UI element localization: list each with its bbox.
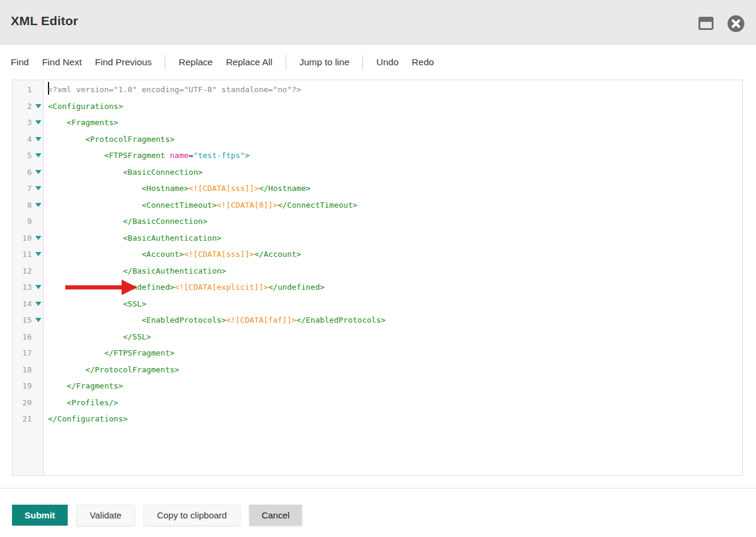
- line-number: 15: [13, 312, 32, 329]
- line-number: 2: [13, 98, 32, 115]
- code-text: </Fragments>: [45, 378, 123, 395]
- code-text: </BasicConnection>: [45, 213, 207, 230]
- code-text: <BasicConnection>: [45, 164, 202, 181]
- code-line-14[interactable]: 14 <SSL>: [13, 296, 742, 313]
- fold-arrow-icon[interactable]: [32, 296, 45, 313]
- line-number: 7: [13, 180, 32, 197]
- code-line-12[interactable]: 12 </BasicAuthentication>: [13, 263, 742, 280]
- line-number: 13: [13, 279, 32, 296]
- window-popout-icon[interactable]: [698, 17, 713, 30]
- annotation-arrow-icon: [65, 279, 137, 296]
- toolbar: FindFind NextFind PreviousReplaceReplace…: [0, 45, 756, 80]
- toolbar-item-find-next[interactable]: Find Next: [42, 57, 81, 68]
- line-number: 18: [13, 362, 32, 378]
- validate-button[interactable]: Validate: [77, 505, 135, 526]
- code-line-5[interactable]: 5 <FTPSFragment name="test-ftps">: [13, 147, 742, 164]
- code-line-20[interactable]: 20 <Profiles/>: [13, 395, 742, 411]
- fold-spacer: [32, 329, 45, 345]
- line-number: 11: [13, 246, 32, 263]
- code-line-1[interactable]: 1<?xml version="1.0" encoding="UTF-8" st…: [13, 81, 742, 98]
- code-text: <ConnectTimeout><![CDATA[0]]></ConnectTi…: [45, 197, 358, 214]
- code-text: <FTPSFragment name="test-ftps">: [45, 147, 250, 164]
- code-line-16[interactable]: 16 </SSL>: [13, 329, 742, 345]
- code-line-18[interactable]: 18 </ProtocolFragments>: [13, 362, 742, 378]
- dialog-header: XML Editor: [0, 0, 756, 45]
- toolbar-separator: [286, 55, 286, 70]
- fold-spacer: [32, 345, 45, 362]
- toolbar-item-jump-to-line[interactable]: Jump to line: [300, 57, 350, 68]
- toolbar-item-replace[interactable]: Replace: [179, 57, 213, 68]
- fold-arrow-icon[interactable]: [32, 230, 45, 247]
- code-line-6[interactable]: 6 <BasicConnection>: [13, 164, 742, 181]
- code-line-3[interactable]: 3 <Fragments>: [13, 114, 742, 131]
- fold-spacer: [32, 213, 45, 230]
- fold-arrow-icon[interactable]: [32, 312, 45, 329]
- line-number: 19: [13, 378, 32, 395]
- fold-arrow-icon[interactable]: [32, 98, 45, 115]
- line-number: 9: [13, 213, 32, 230]
- line-number: 3: [13, 114, 32, 131]
- dialog-title: XML Editor: [11, 14, 78, 28]
- fold-arrow-icon[interactable]: [32, 114, 45, 131]
- code-line-10[interactable]: 10 <BasicAuthentication>: [13, 230, 742, 247]
- fold-spacer: [32, 362, 45, 378]
- code-text: <EnabledProtocols><![CDATA[faf]]></Enabl…: [45, 312, 386, 329]
- code-line-21[interactable]: 21</Configurations>: [13, 411, 742, 427]
- code-text: <BasicAuthentication>: [45, 230, 222, 247]
- line-number: 21: [13, 411, 32, 427]
- code-line-17[interactable]: 17 </FTPSFragment>: [13, 345, 742, 362]
- line-number: 1: [13, 81, 32, 98]
- toolbar-item-redo[interactable]: Redo: [412, 57, 434, 68]
- fold-spacer: [32, 411, 45, 427]
- toolbar-separator: [362, 55, 363, 70]
- footer-divider: [0, 488, 756, 489]
- code-line-8[interactable]: 8 <ConnectTimeout><![CDATA[0]]></Connect…: [13, 197, 742, 214]
- fold-spacer: [32, 263, 45, 280]
- code-line-9[interactable]: 9 </BasicConnection>: [13, 213, 742, 230]
- code-line-15[interactable]: 15 <EnabledProtocols><![CDATA[faf]]></En…: [13, 312, 742, 329]
- line-number: 14: [13, 296, 32, 313]
- line-number: 8: [13, 197, 32, 214]
- code-text: <SSL>: [45, 296, 146, 313]
- close-icon[interactable]: [727, 15, 745, 32]
- fold-spacer: [32, 378, 45, 395]
- cancel-button[interactable]: Cancel: [249, 505, 303, 526]
- line-number: 6: [13, 164, 32, 181]
- line-number: 17: [13, 345, 32, 362]
- code-text: <Profiles/>: [45, 395, 118, 411]
- fold-arrow-icon[interactable]: [32, 147, 45, 164]
- code-line-2[interactable]: 2<Configurations>: [13, 98, 742, 115]
- xml-code-editor[interactable]: 1<?xml version="1.0" encoding="UTF-8" st…: [12, 80, 743, 476]
- code-lines: 1<?xml version="1.0" encoding="UTF-8" st…: [13, 81, 742, 427]
- fold-arrow-icon[interactable]: [32, 180, 45, 197]
- code-line-4[interactable]: 4 <ProtocolFragments>: [13, 131, 742, 148]
- code-text: <Fragments>: [45, 114, 118, 131]
- code-line-7[interactable]: 7 <Hostname><![CDATA[sss]]></Hostname>: [13, 180, 742, 197]
- fold-spacer: [32, 395, 45, 411]
- toolbar-item-find-previous[interactable]: Find Previous: [95, 57, 152, 68]
- code-text: <Configurations>: [45, 98, 123, 115]
- fold-arrow-icon[interactable]: [32, 246, 45, 263]
- fold-arrow-icon[interactable]: [32, 131, 45, 148]
- line-number: 10: [13, 230, 32, 247]
- toolbar-item-replace-all[interactable]: Replace All: [226, 57, 273, 68]
- line-number: 16: [13, 329, 32, 345]
- toolbar-separator: [165, 55, 165, 70]
- toolbar-item-find[interactable]: Find: [11, 57, 29, 68]
- code-text: <Account><![CDATA[sss]]></Account>: [45, 246, 301, 263]
- footer-buttons: SubmitValidateCopy to clipboardCancel: [12, 505, 302, 526]
- fold-arrow-icon[interactable]: [32, 197, 45, 214]
- fold-arrow-icon[interactable]: [32, 164, 45, 181]
- copy-to-clipboard-button[interactable]: Copy to clipboard: [144, 505, 240, 526]
- line-number: 20: [13, 395, 32, 411]
- code-line-11[interactable]: 11 <Account><![CDATA[sss]]></Account>: [13, 246, 742, 263]
- line-number: 4: [13, 131, 32, 148]
- code-text: </ProtocolFragments>: [45, 362, 179, 378]
- submit-button[interactable]: Submit: [12, 505, 68, 526]
- code-text: <ProtocolFragments>: [45, 131, 174, 148]
- code-text: </Configurations>: [45, 411, 128, 427]
- toolbar-item-undo[interactable]: Undo: [376, 57, 398, 68]
- fold-arrow-icon[interactable]: [32, 279, 45, 296]
- code-text: </SSL>: [45, 329, 151, 345]
- code-line-19[interactable]: 19 </Fragments>: [13, 378, 742, 395]
